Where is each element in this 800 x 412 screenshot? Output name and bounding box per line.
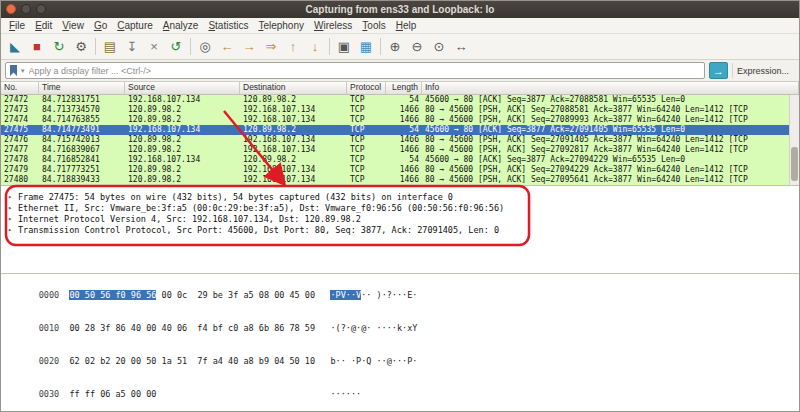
packet-no: 27473 [1, 105, 39, 115]
window-maximize-button[interactable] [36, 4, 46, 14]
menu-view[interactable]: View [57, 20, 89, 31]
packet-source: 192.168.107.134 [125, 95, 240, 105]
menu-file[interactable]: File [4, 20, 30, 31]
chevron-down-icon[interactable]: ▾ [21, 67, 25, 75]
packet-row[interactable]: 27477 84.716839067 120.89.98.2 192.168.1… [1, 145, 799, 155]
menu-go[interactable]: Go [89, 20, 112, 31]
last-packet-icon[interactable]: ↓ [304, 36, 326, 58]
packet-no: 27476 [1, 135, 39, 145]
hex-row[interactable]: 0000 00 50 56 f0 96 56 00 0c 29 be 3f a5… [8, 279, 799, 312]
find-packet-icon[interactable]: ◎ [194, 36, 216, 58]
packet-time: 84.717773251 [39, 165, 125, 175]
close-file-icon[interactable]: × [143, 36, 165, 58]
detail-ip[interactable]: ▸ Internet Protocol Version 4, Src: 192.… [8, 214, 799, 225]
go-to-packet-icon[interactable]: ⇒ [260, 36, 282, 58]
expander-icon[interactable]: ▸ [8, 225, 15, 236]
expression-button[interactable]: Expression... [732, 63, 795, 78]
packet-info: 80 → 45600 [PSH, ACK] Seq=27089993 Ack=3… [422, 115, 799, 125]
detail-ethernet[interactable]: ▸ Ethernet II, Src: Vmware_be:3f:a5 (00:… [8, 203, 799, 214]
packet-source: 120.89.98.2 [125, 145, 240, 155]
save-file-icon[interactable]: ↧ [121, 36, 143, 58]
menu-tools[interactable]: Tools [357, 20, 390, 31]
packet-length: 54 [386, 95, 422, 105]
menu-wireless[interactable]: Wireless [309, 20, 357, 31]
packet-no: 27472 [1, 95, 39, 105]
hex-row[interactable]: 0030 ff ff 06 a5 00 00 ······ [8, 378, 799, 411]
col-header-info[interactable]: Info [422, 82, 799, 94]
filter-bookmark-icon[interactable] [10, 65, 17, 76]
hex-offset: 0020 [39, 356, 70, 366]
packet-source: 192.168.107.134 [125, 125, 240, 135]
go-back-icon[interactable]: ← [216, 36, 238, 58]
hex-ascii-selected: ·PV··V [330, 290, 361, 300]
go-forward-icon[interactable]: → [238, 36, 260, 58]
expander-icon[interactable]: ▸ [8, 192, 15, 203]
capture-options-icon[interactable]: ⚙ [70, 36, 92, 58]
col-header-no[interactable]: No. [1, 82, 39, 94]
menu-edit[interactable]: Edit [30, 20, 57, 31]
scrollbar-thumb[interactable] [791, 147, 798, 181]
packet-time: 84.712831751 [39, 95, 125, 105]
start-capture-icon[interactable]: ◣ [4, 36, 26, 58]
packet-source: 120.89.98.2 [125, 175, 240, 185]
col-header-source[interactable]: Source [125, 82, 240, 94]
packet-length: 54 [386, 125, 422, 135]
resize-columns-icon[interactable]: ↔ [450, 36, 472, 58]
menu-telephony[interactable]: Telephony [253, 20, 309, 31]
packet-row[interactable]: 27478 84.716852841 192.168.107.134 120.8… [1, 155, 799, 165]
packet-row[interactable]: 27476 84.715742013 120.89.98.2 192.168.1… [1, 135, 799, 145]
packet-protocol: TCP [347, 175, 386, 185]
filter-toolbar: ▾ Apply a display filter ... <Ctrl-/> → … [1, 60, 799, 82]
menu-analyze[interactable]: Analyze [158, 20, 204, 31]
packet-destination: 192.168.107.134 [240, 135, 347, 145]
reload-icon[interactable]: ↺ [165, 36, 187, 58]
expander-icon[interactable]: ▸ [8, 214, 15, 225]
packet-row[interactable]: 27472 84.712831751 192.168.107.134 120.8… [1, 95, 799, 105]
hex-row[interactable]: 0020 62 02 b2 20 00 50 1a 51 7f a4 40 a8… [8, 345, 799, 378]
display-filter-input[interactable]: ▾ Apply a display filter ... <Ctrl-/> [5, 62, 705, 79]
menu-statistics[interactable]: Statistics [203, 20, 253, 31]
packet-source: 120.89.98.2 [125, 165, 240, 175]
packet-time: 84.715742013 [39, 135, 125, 145]
col-header-time[interactable]: Time [39, 82, 125, 94]
packet-length: 1466 [386, 145, 422, 155]
open-file-icon[interactable]: ▤ [99, 36, 121, 58]
toolbar-separator [380, 38, 381, 55]
first-packet-icon[interactable]: ↑ [282, 36, 304, 58]
packet-destination: 192.168.107.134 [240, 175, 347, 185]
apply-filter-button[interactable]: → [709, 62, 728, 79]
packet-time: 84.714763855 [39, 115, 125, 125]
col-header-protocol[interactable]: Protocol [347, 82, 386, 94]
window-minimize-button[interactable] [21, 4, 31, 14]
toolbar-separator [95, 38, 96, 55]
detail-tcp[interactable]: ▸ Transmission Control Protocol, Src Por… [8, 225, 799, 236]
hex-row[interactable]: 0010 00 28 3f 86 40 00 40 06 f4 bf c0 a8… [8, 312, 799, 345]
window-close-button[interactable] [6, 4, 16, 14]
zoom-in-icon[interactable]: ⊕ [384, 36, 406, 58]
zoom-out-icon[interactable]: ⊖ [406, 36, 428, 58]
restart-capture-icon[interactable]: ↻ [48, 36, 70, 58]
packet-length: 1466 [386, 135, 422, 145]
col-header-destination[interactable]: Destination [240, 82, 347, 94]
menu-capture[interactable]: Capture [112, 20, 158, 31]
packet-time: 84.716852841 [39, 155, 125, 165]
col-header-length[interactable]: Length [386, 82, 422, 94]
packet-row-selected[interactable]: 27475 84.714773491 192.168.107.134 120.8… [1, 125, 799, 135]
packet-list-scrollbar[interactable] [789, 95, 799, 185]
packet-row[interactable]: 27474 84.714763855 120.89.98.2 192.168.1… [1, 115, 799, 125]
packet-row[interactable]: 27473 84.713734570 120.89.98.2 192.168.1… [1, 105, 799, 115]
colorize-icon[interactable]: ▦ [355, 36, 377, 58]
packet-length: 1466 [386, 115, 422, 125]
stop-capture-icon[interactable]: ■ [26, 36, 48, 58]
packet-protocol: TCP [347, 165, 386, 175]
detail-frame[interactable]: ▸ Frame 27475: 54 bytes on wire (432 bit… [8, 192, 799, 203]
packet-row[interactable]: 27480 84.718839433 120.89.98.2 192.168.1… [1, 175, 799, 185]
packet-row[interactable]: 27479 84.717773251 120.89.98.2 192.168.1… [1, 165, 799, 175]
menu-help[interactable]: Help [391, 20, 422, 31]
auto-scroll-icon[interactable]: ▣ [333, 36, 355, 58]
expander-icon[interactable]: ▸ [8, 203, 15, 214]
zoom-reset-icon[interactable]: ⊙ [428, 36, 450, 58]
detail-text: Internet Protocol Version 4, Src: 192.16… [18, 214, 361, 225]
packet-info: 80 → 45600 [PSH, ACK] Seq=27095641 Ack=3… [422, 175, 799, 185]
packet-source: 120.89.98.2 [125, 105, 240, 115]
